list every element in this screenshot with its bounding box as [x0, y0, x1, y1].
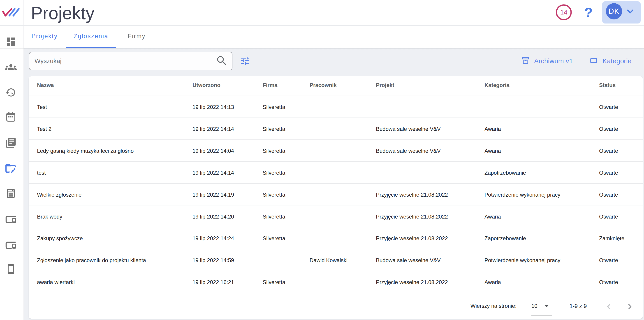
- svg-text:14: 14: [560, 9, 568, 16]
